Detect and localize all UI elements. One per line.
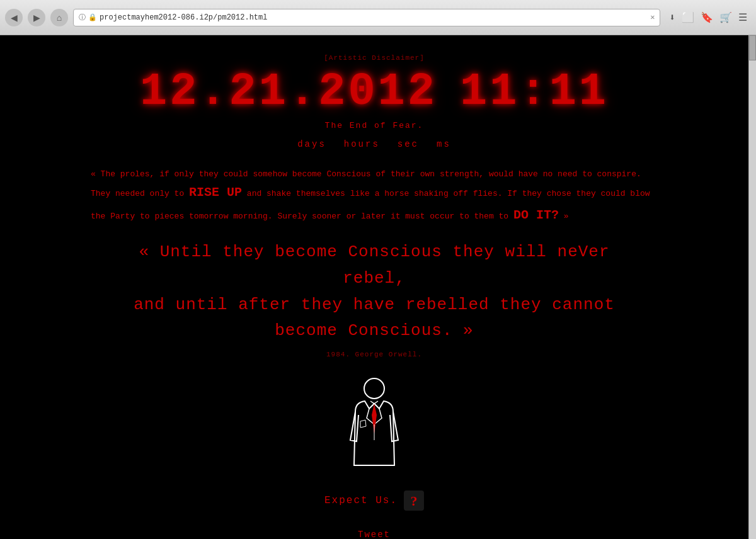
- info-icon: ⓘ: [79, 13, 86, 22]
- expect-us-section: Expect Us. ?: [324, 491, 424, 511]
- clock-date: 12.21.2012: [140, 69, 437, 115]
- anon-icon: ?: [404, 491, 424, 511]
- browser-toolbar-icons: ⬇ ⬜ 🔖 🛒 ☰: [665, 11, 751, 24]
- close-icon[interactable]: ✕: [650, 13, 655, 22]
- tweet-link[interactable]: Tweet: [358, 530, 391, 539]
- menu-icon[interactable]: ☰: [738, 11, 747, 24]
- subtitle-text: The End of Fear.: [325, 121, 424, 130]
- ms-label: ms: [437, 139, 451, 149]
- disclaimer-text: [Artistic Disclaimer]: [324, 54, 425, 62]
- svg-text:?: ?: [411, 493, 418, 509]
- back-button[interactable]: ◀: [5, 9, 23, 26]
- big-quote-line1: « Until they become Conscious they will …: [103, 239, 645, 292]
- attribution-text: 1984. George Orwell.: [326, 351, 422, 358]
- lock-icon: 🔒: [88, 13, 97, 21]
- rise-up-text: RISE UP: [189, 185, 242, 200]
- suit-svg: [343, 377, 406, 472]
- browser-scrollbar[interactable]: [748, 35, 756, 539]
- clock-display: 12.21.2012 11:11: [140, 69, 609, 115]
- countdown-labels: days hours sec ms: [297, 139, 451, 149]
- page-content: [Artistic Disclaimer] 12.21.2012 11:11 T…: [0, 35, 748, 539]
- paragraph-quote: « The proles, if only they could somehow…: [91, 167, 658, 227]
- suit-figure: [343, 377, 406, 472]
- big-quote-block: « Until they become Conscious they will …: [103, 239, 645, 344]
- cart-icon[interactable]: 🛒: [719, 11, 732, 24]
- browser-chrome: ◀ ▶ ⌂ ⓘ 🔒 projectmayhem2012-086.i2p/pm20…: [0, 0, 756, 35]
- browser-body: [Artistic Disclaimer] 12.21.2012 11:11 T…: [0, 35, 756, 539]
- sec-label: sec: [398, 139, 419, 149]
- forward-button[interactable]: ▶: [28, 9, 45, 26]
- big-quote-line2: and until after they have rebelled they …: [103, 292, 645, 344]
- paragraph-text-3: »: [559, 212, 569, 221]
- window-icon[interactable]: ⬜: [682, 11, 694, 24]
- bookmark-icon[interactable]: 🔖: [701, 11, 713, 24]
- svg-point-0: [364, 378, 384, 399]
- clock-time: 11:11: [460, 69, 609, 115]
- url-text: projectmayhem2012-086.i2p/pm2012.html: [100, 13, 267, 22]
- address-bar[interactable]: ⓘ 🔒 projectmayhem2012-086.i2p/pm2012.htm…: [73, 9, 660, 26]
- home-button[interactable]: ⌂: [50, 9, 68, 26]
- do-it-text: DO IT?: [513, 208, 559, 222]
- scrollbar-thumb[interactable]: [749, 35, 756, 60]
- days-label: days: [297, 139, 326, 149]
- hours-label: hours: [344, 139, 380, 149]
- download-icon[interactable]: ⬇: [669, 11, 675, 24]
- expect-us-text: Expect Us.: [324, 495, 398, 506]
